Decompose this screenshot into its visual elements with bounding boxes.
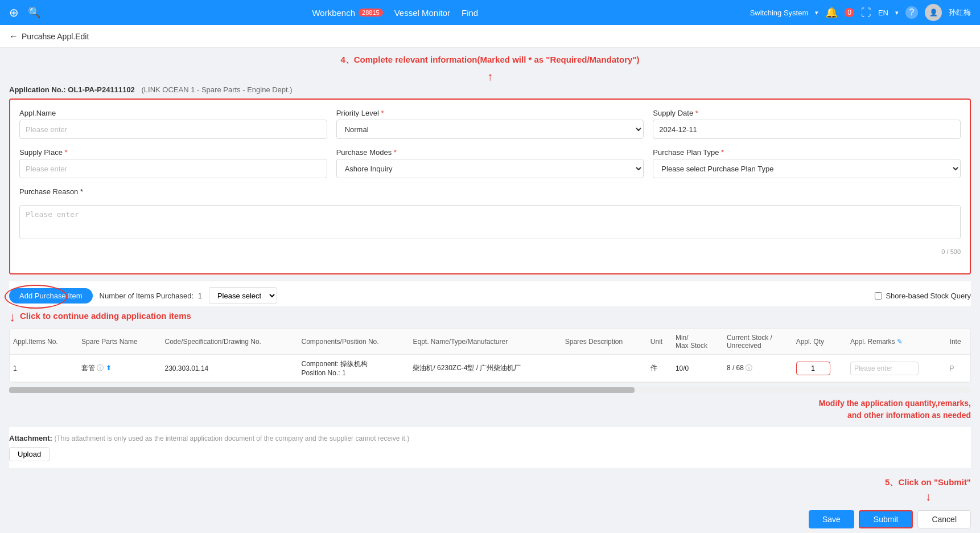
purchase-modes-select[interactable]: Ashore Inquiry Direct Purchase Tender <box>336 159 644 178</box>
shore-query-check[interactable] <box>875 292 882 300</box>
appl-name-group: Appl.Name <box>19 109 327 139</box>
switching-system-link[interactable]: Switching System <box>750 9 809 17</box>
td-appl-qty[interactable] <box>793 355 847 382</box>
purchase-modes-group: Purchase Modes * Ashore Inquiry Direct P… <box>336 148 644 178</box>
items-table: Appl.Items No. Spare Parts Name Code/Spe… <box>10 329 970 382</box>
td-inte: P <box>946 355 970 382</box>
th-appl-items-no: Appl.Items No. <box>10 329 78 355</box>
home-icon[interactable]: ⊕ <box>9 6 19 19</box>
th-unit: Unit <box>647 329 672 355</box>
back-button[interactable]: ← <box>9 31 18 42</box>
purchase-plan-type-select[interactable]: Please select Purchase Plan Type <box>653 159 961 178</box>
bottom-arrow: ↓ <box>9 490 971 503</box>
th-min-max: Min/Max Stock <box>672 329 723 355</box>
cancel-button[interactable]: Cancel <box>917 510 971 528</box>
save-button[interactable]: Save <box>809 510 854 528</box>
supply-place-group: Supply Place * <box>19 148 327 178</box>
appl-qty-input[interactable] <box>796 362 830 375</box>
app-no-label: Application No.: <box>9 85 66 94</box>
td-code: 230.303.01.14 <box>161 355 298 382</box>
avatar[interactable]: 👤 <box>925 4 942 21</box>
click-annotation-text: Click to continue adding application ite… <box>20 311 191 321</box>
th-spares-desc: Spares Description <box>562 329 647 355</box>
bottom-annotation: 5、Click on "Submit" <box>9 477 971 488</box>
submit-button[interactable]: Submit <box>859 510 913 528</box>
bell-icon[interactable]: 🔔 <box>825 6 838 19</box>
toolbar-row: Add Purchase Item Number of Items Purcha… <box>9 281 971 306</box>
purchase-reason-required: * <box>80 187 83 196</box>
items-count-label: Number of Items Purchased: <box>100 292 193 300</box>
purchase-modes-required: * <box>394 148 397 157</box>
td-min-max: 10/0 <box>672 355 723 382</box>
appl-name-input[interactable] <box>19 120 327 139</box>
form-row-3: Purchase Reason * 0 / 500 <box>19 187 961 255</box>
component-label: Component: 操纵机构 <box>302 359 406 369</box>
app-description: (LINK OCEAN 1 - Spare Parts - Engine Dep… <box>141 85 292 94</box>
attachment-strong: Attachment: <box>9 434 52 442</box>
th-components: Components/Position No. <box>298 329 410 355</box>
th-code: Code/Specification/Drawing No. <box>161 329 298 355</box>
find-link[interactable]: Find <box>462 8 478 18</box>
please-select-dropdown[interactable]: Please select <box>209 287 277 304</box>
table-row: 1 套管 ⓘ ⬆ 230.303.01.14 Component: 操纵机构 P… <box>10 355 970 382</box>
workbench-label: Workbench <box>312 8 355 18</box>
edit-remarks-icon[interactable]: ✎ <box>897 338 903 346</box>
priority-level-label: Priority Level * <box>336 109 644 117</box>
click-arrow-icon: ↓ <box>9 311 15 323</box>
upload-button[interactable]: Upload <box>9 447 50 461</box>
th-current-stock: Current Stock /Unreceived <box>723 329 793 355</box>
th-appl-qty: Appl. Qty <box>793 329 847 355</box>
form-row-1: Appl.Name Priority Level * Normal Urgent… <box>19 109 961 139</box>
language-label[interactable]: EN <box>878 9 888 17</box>
upload-spare-icon[interactable]: ⬆ <box>106 364 112 372</box>
supply-place-label: Supply Place * <box>19 148 327 157</box>
add-purchase-item-button[interactable]: Add Purchase Item <box>9 288 93 304</box>
appl-remarks-input[interactable] <box>850 362 919 375</box>
supply-date-group: Supply Date * <box>653 109 961 139</box>
th-appl-remarks: Appl. Remarks ✎ <box>847 329 946 355</box>
annotation-banner: 4、Complete relevant information(Marked w… <box>9 55 971 65</box>
th-eqpt: Eqpt. Name/Type/Manufacturer <box>409 329 561 355</box>
purchase-reason-textarea[interactable] <box>19 205 961 239</box>
supply-date-input[interactable] <box>653 120 961 139</box>
supply-place-input[interactable] <box>19 159 327 178</box>
user-name: 孙红梅 <box>949 7 971 18</box>
supply-date-required: * <box>695 109 698 117</box>
td-appl-remarks[interactable] <box>847 355 946 382</box>
priority-level-group: Priority Level * Normal Urgent Emergency <box>336 109 644 139</box>
click-annotation-row: ↓ Click to continue adding application i… <box>9 311 971 325</box>
td-spare-parts: 套管 ⓘ ⬆ <box>78 355 161 382</box>
page-content: 4、Complete relevant information(Marked w… <box>0 48 980 533</box>
shore-query-checkbox[interactable]: Shore-based Stock Query <box>875 292 971 300</box>
info-icon[interactable]: ⓘ <box>97 364 104 372</box>
workbench-badge: 28815 <box>359 9 383 17</box>
fullscreen-icon[interactable]: ⛶ <box>861 7 871 19</box>
td-eqpt: 柴油机/ 6230ZC-4型 / 广州柴油机厂 <box>409 355 561 382</box>
purchase-reason-label: Purchase Reason * <box>19 187 961 196</box>
stock-info-icon[interactable]: ⓘ <box>746 364 752 372</box>
supply-place-required: * <box>65 148 68 157</box>
help-icon[interactable]: ? <box>905 6 918 19</box>
td-spares-desc <box>562 355 647 382</box>
chevron-lang-icon: ▾ <box>895 9 899 17</box>
scroll-thumb <box>9 387 635 393</box>
chevron-down-icon[interactable]: ▾ <box>815 9 818 17</box>
footer-buttons: Save Submit Cancel <box>9 506 971 533</box>
appl-name-label: Appl.Name <box>19 109 327 117</box>
action-icon[interactable]: P <box>950 364 954 372</box>
search-icon[interactable]: 🔍 <box>28 6 40 19</box>
shore-query-label: Shore-based Stock Query <box>886 292 971 300</box>
vessel-monitor-link[interactable]: Vessel Monitor <box>394 8 450 18</box>
purchase-modes-label: Purchase Modes * <box>336 148 644 157</box>
items-count: Number of Items Purchased: 1 <box>100 292 202 300</box>
workbench-button[interactable]: Workbench 28815 <box>312 8 382 18</box>
table-scroll-bar[interactable] <box>9 387 971 393</box>
priority-level-select[interactable]: Normal Urgent Emergency <box>336 120 644 139</box>
attachment-note: (This attachment is only used as the int… <box>54 434 409 442</box>
add-purchase-item-wrapper: Add Purchase Item <box>9 288 93 304</box>
page-title: Purcahse Appl.Edit <box>22 32 89 41</box>
annotation-arrow: ↑ <box>9 70 971 83</box>
engine-label: 柴油机/ 6230ZC-4型 / 广州柴油机厂 <box>413 363 558 373</box>
attachment-label: Attachment: (This attachment is only use… <box>9 434 971 442</box>
app-info: Application No.: OL1-PA-P24111102 (LINK … <box>9 85 971 94</box>
